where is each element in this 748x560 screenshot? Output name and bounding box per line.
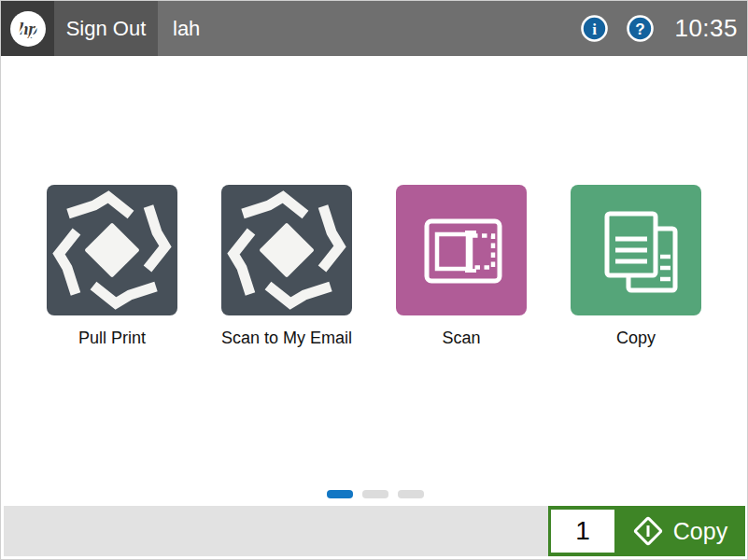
top-bar: hp Sign Out lah i ? 10:35 (1, 1, 747, 56)
signed-in-username: lah (173, 17, 200, 41)
hp-logo-icon: hp (8, 9, 48, 49)
info-icon: i (580, 14, 609, 43)
svg-text:i: i (593, 21, 598, 38)
app-label-pull-print: Pull Print (78, 329, 146, 348)
pinwheel-icon (47, 185, 177, 315)
start-copy-diamond-icon (632, 515, 664, 547)
copy-documents-icon (571, 185, 701, 315)
app-label-copy: Copy (616, 329, 656, 348)
printer-home-screen: hp Sign Out lah i ? 10:35 (0, 0, 748, 560)
quick-copy-button-label: Copy (673, 518, 727, 545)
page-indicator-dot-2[interactable] (362, 490, 388, 498)
page-indicator-dot-3[interactable] (398, 490, 424, 498)
top-bar-status-area: i ? 10:35 (572, 14, 747, 43)
copies-count-field[interactable]: 1 (551, 510, 614, 553)
page-indicator-dot-1[interactable] (327, 490, 353, 498)
clock: 10:35 (674, 14, 738, 43)
app-tile-copy[interactable] (571, 185, 701, 315)
info-button[interactable]: i (580, 14, 609, 43)
quick-copy-widget: 1 Copy (548, 506, 745, 556)
app-pull-print: Pull Print (47, 185, 177, 319)
app-tile-scan[interactable] (396, 185, 527, 315)
page-indicator (327, 490, 433, 498)
pinwheel-icon (221, 185, 352, 315)
app-copy: Copy (571, 185, 701, 319)
hp-logo: hp (1, 1, 54, 56)
app-tile-pull-print[interactable] (47, 185, 177, 315)
app-label-scan: Scan (442, 329, 480, 348)
bottom-bar: 1 Copy (4, 506, 745, 556)
scanner-glass-icon (396, 185, 527, 315)
app-tile-scan-to-my-email[interactable] (221, 185, 352, 315)
app-scan: Scan (396, 185, 527, 319)
app-scan-to-my-email: Scan to My Email (221, 185, 352, 319)
svg-text:?: ? (636, 21, 645, 38)
app-label-scan-to-my-email: Scan to My Email (221, 329, 352, 348)
help-icon: ? (626, 14, 655, 43)
quick-copy-button[interactable]: Copy (614, 506, 745, 556)
help-button[interactable]: ? (626, 14, 655, 43)
sign-out-button[interactable]: Sign Out (54, 1, 158, 56)
